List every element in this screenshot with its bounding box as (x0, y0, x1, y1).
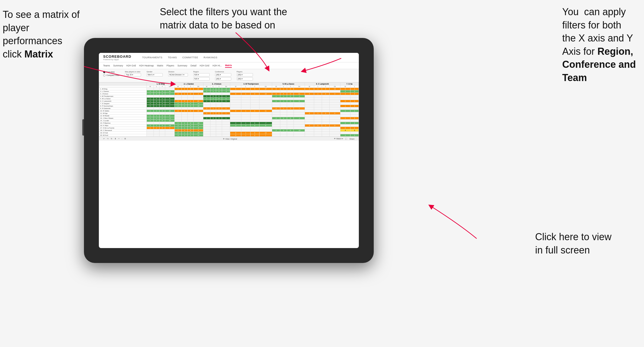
conference-select[interactable]: (All) ▾ (215, 73, 231, 76)
table-row: 14. J Lundin11010 (99, 120, 359, 122)
tab-teams[interactable]: Teams (103, 64, 110, 68)
col-w-ding: 1. W Ding (147, 83, 174, 85)
tab-h2h-hi[interactable]: H2H Hi... (213, 64, 222, 68)
matrix-cell (174, 107, 182, 110)
download-icon[interactable]: ⬇ (115, 138, 116, 140)
matrix-cell (187, 107, 193, 110)
matrix-cell: 0 (230, 93, 241, 95)
players-select[interactable]: (All) ▾ (237, 73, 253, 76)
tab-detail[interactable]: Detail (191, 64, 197, 68)
matrix-cell: 0 (230, 132, 241, 134)
matrix-cell (287, 102, 294, 105)
matrix-cell (147, 132, 154, 134)
gender-select[interactable]: Men's ▾ (147, 73, 163, 76)
division-select[interactable]: NCAA Division I ▾ (168, 73, 188, 76)
nav-rankings[interactable]: RANKINGS (204, 56, 217, 59)
matrix-cell: 0 (154, 100, 160, 102)
matrix-cell (182, 95, 188, 98)
matrix-cell: 3 (182, 134, 188, 137)
screen-icon[interactable]: ⛶ (345, 138, 347, 140)
matrix-cell (329, 95, 340, 98)
matrix-cell (203, 105, 210, 107)
matrix-cell (147, 112, 154, 115)
table-row: 18. C Sherwood1300220-1045 (99, 129, 359, 132)
col-l-clanton: 2. L Clanton (174, 83, 203, 85)
matrix-cell (160, 129, 165, 132)
region-select[interactable]: N/A ▾ (193, 73, 210, 76)
matrix-cell: 2 (350, 93, 359, 95)
matrix-cell (182, 115, 188, 117)
matrix-cell (222, 93, 230, 95)
compact-view-option[interactable]: Compact View (103, 74, 119, 76)
matrix-cell: 2 (272, 117, 280, 120)
h-d1: Dif (165, 85, 174, 88)
tab-matrix-active[interactable]: Matrix (225, 63, 232, 68)
matrix-cell: 0 (250, 110, 259, 112)
matrix-cell (182, 112, 188, 115)
refresh-icon[interactable]: ↻ (111, 138, 112, 140)
max-players-select[interactable]: Top 25 ▾ (125, 73, 141, 76)
full-view-radio[interactable] (103, 71, 105, 73)
settings-icon[interactable]: ⚙ (124, 138, 126, 140)
matrix-cell (259, 100, 272, 102)
compact-view-radio[interactable] (103, 74, 105, 76)
h-w4: W (230, 85, 241, 88)
h-t4: T (250, 85, 259, 88)
matrix-cell: 3 (350, 117, 359, 120)
matrix-cell: 2 (350, 90, 359, 93)
conference-label: Conference (215, 71, 231, 73)
players-label: Players (237, 71, 253, 73)
matrix-cell (154, 129, 160, 132)
filter-gender: Gender Men's ▾ (147, 71, 163, 76)
matrix-cell: 1 (287, 107, 294, 110)
matrix-cell (294, 110, 305, 112)
tab-summary[interactable]: Summary (113, 64, 123, 68)
player-name-cell: 7. G Sargent (99, 102, 147, 105)
tab-h2h-heatmap[interactable]: H2H Heatmap (139, 64, 154, 68)
matrix-cell: 5 (147, 105, 154, 107)
matrix-cell (203, 127, 210, 129)
matrix-cell (305, 115, 314, 117)
conference-select-2[interactable]: (All) ▾ (215, 77, 231, 81)
matrix-cell (160, 88, 165, 90)
tab-players[interactable]: Players (167, 64, 174, 68)
watch-label[interactable]: 👁 Watch ▾ (334, 138, 343, 140)
matrix-cell: 0 (160, 115, 165, 117)
nav-tournaments[interactable]: TOURNAMENTS (142, 56, 162, 59)
table-row: 5. M La Sasso10061100 (99, 98, 359, 100)
matrix-cell (160, 107, 165, 110)
matrix-cell: 1 (147, 100, 154, 102)
nav-teams[interactable]: TEAMS (168, 56, 177, 59)
gender-label: Gender (147, 71, 163, 73)
h-w1: W (147, 85, 154, 88)
tab-h2h-grid[interactable]: H2H Grid (126, 64, 136, 68)
matrix-scroll-area[interactable]: 1. W Ding 2. L Clanton 3. J Koivun 4. M … (99, 82, 359, 137)
matrix-cell (193, 98, 203, 100)
region-select-2[interactable]: N/A ▾ (193, 77, 210, 81)
zoom-in-icon[interactable]: + (118, 138, 119, 140)
matrix-cell (250, 115, 259, 117)
tab-h2h-grid-2[interactable]: H2H Grid (200, 64, 209, 68)
players-select-2[interactable]: (All) ▾ (237, 77, 253, 81)
filter-conference: Conference (All) ▾ (All) ▾ (215, 71, 231, 81)
matrix-cell: -20 (193, 132, 203, 134)
matrix-cell: 2 (160, 105, 165, 107)
column-headers-row: 1. W Ding 2. L Clanton 3. J Koivun 4. M … (99, 83, 359, 85)
matrix-cell (250, 107, 259, 110)
full-view-option[interactable]: Full View (103, 71, 119, 73)
matrix-cell: 3 (241, 124, 250, 127)
share-button[interactable]: Share (349, 138, 354, 140)
tab-summary-2[interactable]: Summary (177, 64, 187, 68)
zoom-out-icon[interactable]: - (122, 138, 122, 140)
matrix-cell (203, 110, 210, 112)
matrix-cell (250, 102, 259, 105)
player-name-cell: 1. W Ding (99, 88, 147, 90)
matrix-cell: 0 (210, 100, 216, 102)
matrix-cell: 1 (203, 88, 210, 90)
nav-committee[interactable]: COMMITTEE (182, 56, 198, 59)
undo-icon[interactable]: ↩ (103, 138, 105, 140)
redo-icon[interactable]: ↪ (107, 138, 109, 140)
matrix-cell (250, 90, 259, 93)
tab-matrix-1[interactable]: Matrix (157, 64, 163, 68)
matrix-cell (272, 132, 280, 134)
